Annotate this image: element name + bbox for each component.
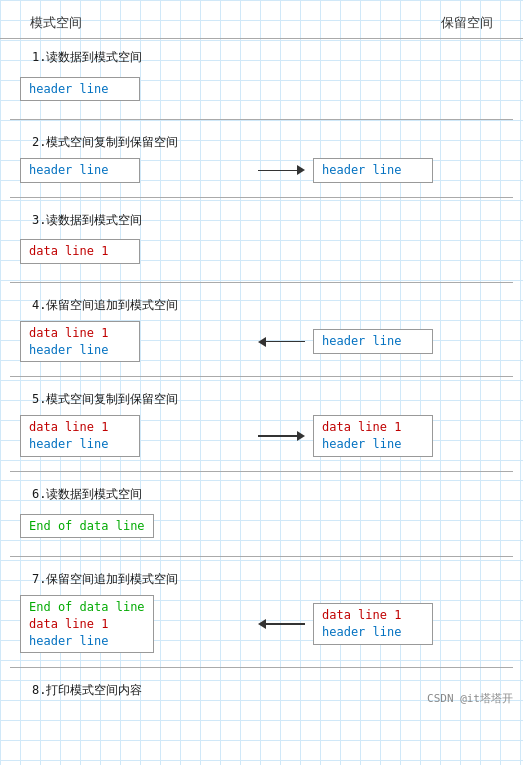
section-2-left-box: header line bbox=[20, 158, 140, 183]
section-3-label: 3.读数据到模式空间 bbox=[10, 212, 513, 229]
section-2-label: 2.模式空间复制到保留空间 bbox=[10, 134, 513, 151]
arrow-line bbox=[266, 623, 305, 625]
section-3-row: data line 1 bbox=[10, 234, 513, 270]
section-6-left-box: End of data line bbox=[20, 514, 154, 539]
section-5-row: data line 1header line data line 1header… bbox=[10, 413, 513, 459]
section-7-left: End of data line data line 1 header line bbox=[20, 595, 250, 653]
column-headers: 模式空间 保留空间 bbox=[0, 8, 523, 39]
arrowhead bbox=[297, 431, 305, 441]
arrow-line bbox=[266, 341, 305, 343]
section-4-left: data line 1header line bbox=[20, 321, 250, 363]
section-7-left-box: End of data line data line 1 header line bbox=[20, 595, 154, 653]
section-5-right-box: data line 1header line bbox=[313, 415, 433, 457]
section-5: 5.模式空间复制到保留空间 data line 1header line dat… bbox=[0, 385, 523, 463]
section-7: 7.保留空间追加到模式空间 End of data line data line… bbox=[0, 565, 523, 659]
section-4: 4.保留空间追加到模式空间 data line 1header line hea… bbox=[0, 291, 523, 369]
section-1-label: 1.读数据到模式空间 bbox=[10, 49, 513, 66]
section-4-right-box: header line bbox=[313, 329, 433, 354]
arrow-left-7 bbox=[258, 619, 305, 629]
section-4-left-box: data line 1header line bbox=[20, 321, 140, 363]
section-2: 2.模式空间复制到保留空间 header line header line bbox=[0, 128, 523, 189]
right-column-header: 保留空间 bbox=[441, 14, 493, 32]
section-2-row: header line header line bbox=[10, 156, 513, 185]
section-7-right: data line 1header line bbox=[313, 603, 503, 645]
section-2-right-box: header line bbox=[313, 158, 433, 183]
section-2-right: header line bbox=[313, 158, 503, 183]
arrow-right-5 bbox=[258, 431, 305, 441]
section-1-left: header line bbox=[20, 77, 250, 102]
section-6-row: End of data line bbox=[10, 508, 513, 544]
arrow-line bbox=[258, 435, 297, 437]
section-4-right: header line bbox=[313, 329, 503, 354]
section-5-label: 5.模式空间复制到保留空间 bbox=[10, 391, 513, 408]
section-5-right: data line 1header line bbox=[313, 415, 503, 457]
section-5-left: data line 1header line bbox=[20, 415, 250, 457]
section-5-left-box: data line 1header line bbox=[20, 415, 140, 457]
section-1-left-box: header line bbox=[20, 77, 140, 102]
section-3-left-box: data line 1 bbox=[20, 239, 140, 264]
section-4-label: 4.保留空间追加到模式空间 bbox=[10, 297, 513, 314]
section-2-left: header line bbox=[20, 158, 250, 183]
arrow-line bbox=[258, 170, 297, 172]
section-1: 1.读数据到模式空间 header line bbox=[0, 43, 523, 111]
arrow-left-4 bbox=[258, 337, 305, 347]
section-6: 6.读数据到模式空间 End of data line bbox=[0, 480, 523, 548]
section-1-row: header line bbox=[10, 71, 513, 107]
section-6-label: 6.读数据到模式空间 bbox=[10, 486, 513, 503]
section-4-row: data line 1header line header line bbox=[10, 319, 513, 365]
section-3-left: data line 1 bbox=[20, 239, 250, 264]
section-7-row: End of data line data line 1 header line… bbox=[10, 593, 513, 655]
left-column-header: 模式空间 bbox=[30, 14, 82, 32]
section-3: 3.读数据到模式空间 data line 1 bbox=[0, 206, 523, 274]
section-6-left: End of data line bbox=[20, 514, 250, 539]
section-7-label: 7.保留空间追加到模式空间 bbox=[10, 571, 513, 588]
arrow-right-2 bbox=[258, 165, 305, 175]
watermark: CSDN @it塔塔开 bbox=[427, 691, 513, 706]
arrowhead-left bbox=[258, 337, 266, 347]
arrowhead bbox=[297, 165, 305, 175]
section-7-right-box: data line 1header line bbox=[313, 603, 433, 645]
arrowhead-left bbox=[258, 619, 266, 629]
